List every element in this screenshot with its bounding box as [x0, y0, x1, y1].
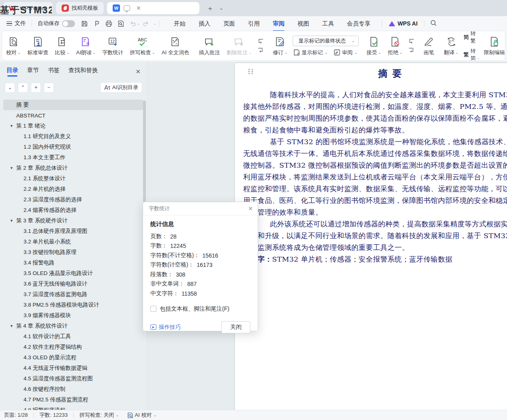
- track-changes-button[interactable]: 修订⌄: [270, 31, 291, 60]
- accept-button[interactable]: 接受⌄: [364, 31, 385, 60]
- toc-item[interactable]: ▼ 4.7 PM2.5 传感器监测流程: [3, 394, 143, 405]
- toc-item[interactable]: ▼ 4.2 软件主程序逻辑结构: [3, 342, 143, 352]
- toc-item[interactable]: ▼ 3.6 蓝牙无线传输电路设计: [3, 279, 143, 289]
- toc-item[interactable]: ▼ 2.2 单片机的选择: [3, 184, 143, 194]
- compare-button[interactable]: 比较⌄: [51, 31, 73, 60]
- sidebar-tab[interactable]: 目录: [6, 66, 18, 77]
- toc-item[interactable]: ▼ 4.4 无线蓝牙传输数据逻辑: [3, 363, 143, 373]
- simplified-to-traditional-button[interactable]: 简转繁: [464, 31, 476, 45]
- sidebar-close-icon[interactable]: ✕: [135, 68, 141, 75]
- review-pane-button[interactable]: 审阅⌄: [334, 49, 357, 56]
- sidebar-tab[interactable]: 书签: [48, 66, 60, 77]
- save-button[interactable]: [78, 19, 90, 28]
- print-preview-button[interactable]: [115, 19, 127, 28]
- previous-change-icon[interactable]: [408, 39, 415, 44]
- ai-polish-button[interactable]: AI 全文润色: [158, 31, 193, 60]
- toolbar-more-chevron-icon[interactable]: ⌄: [154, 21, 157, 26]
- collapse-triangle-icon[interactable]: ▼: [10, 124, 16, 128]
- toc-item[interactable]: ▼ 3.4 报警电路: [3, 258, 143, 268]
- toc-item[interactable]: ▼ 4.1 软件设计的工具: [3, 331, 143, 342]
- toc-item[interactable]: ▼ ABSTRACT: [3, 110, 143, 121]
- search-icon[interactable]: [430, 19, 437, 28]
- collapse-triangle-icon[interactable]: ▼: [10, 219, 16, 223]
- toc-item[interactable]: ▼ 摘 要: [3, 100, 143, 110]
- menu-tab[interactable]: 会员专享: [340, 17, 377, 31]
- collapse-triangle-icon[interactable]: ▼: [10, 166, 16, 170]
- delete-comment-button[interactable]: 删除批注⌄: [223, 31, 255, 60]
- show-markup-button[interactable]: 显示标记⌄: [293, 49, 328, 56]
- toc-item[interactable]: ▼ 3.8 PM2.5 传感器模块电路设计: [3, 300, 143, 310]
- toc-item[interactable]: ▼ 1.3 本文主要工作: [3, 152, 143, 163]
- toc-item[interactable]: ▼ 4.6 按键程序控制: [3, 384, 143, 394]
- multi-window-icon[interactable]: [124, 5, 130, 11]
- next-comment-icon[interactable]: [257, 48, 264, 53]
- toc-item[interactable]: ▼ 4.5 温湿度传感器监测流程图: [3, 373, 143, 384]
- file-menu[interactable]: 文件: [3, 20, 29, 27]
- toc-item[interactable]: ▼ 3.5 OLED 液晶显示电路设计: [3, 268, 143, 279]
- sidebar-tab[interactable]: 查找和替换: [68, 66, 98, 77]
- menu-tab[interactable]: 工具: [316, 17, 340, 31]
- zoom-in-toc-button[interactable]: ＋: [31, 83, 41, 93]
- ink-brush-button[interactable]: 画笔: [420, 31, 437, 60]
- close-tab-icon[interactable]: ✕: [136, 5, 141, 11]
- ai-recognize-toc-button[interactable]: AI识别目录: [100, 82, 142, 93]
- wps-ai-button[interactable]: WPS AI: [385, 20, 421, 27]
- toc-item[interactable]: ▼ 2.1 系统整体设计: [3, 173, 143, 184]
- dialog-titlebar[interactable]: 字数统计 ✕: [143, 202, 258, 215]
- zoom-out-toc-button[interactable]: －: [44, 83, 54, 93]
- toc-item[interactable]: ▼ 3.1 总体硬件原理及原理图: [3, 226, 143, 237]
- toc-item[interactable]: ▼ 2.4 烟雾传感器的选择: [3, 205, 143, 215]
- menu-tab[interactable]: 页面: [217, 17, 242, 31]
- markup-state-dropdown[interactable]: 显示标记的最终状态 ⌄: [293, 36, 359, 46]
- reject-button[interactable]: 拒绝⌄: [385, 31, 406, 60]
- tab-document[interactable]: W 基于STM32的图书馆环境监 ✕: [107, 2, 199, 14]
- autosave-toggle[interactable]: [62, 20, 75, 27]
- restrict-editing-button[interactable]: 限制编辑: [481, 31, 505, 60]
- previous-comment-icon[interactable]: [257, 39, 264, 44]
- dialog-close-button[interactable]: 关闭: [221, 321, 250, 333]
- menu-tab[interactable]: 开始: [167, 17, 192, 31]
- new-tab-button[interactable]: ＋: [203, 4, 218, 13]
- checkbox-icon[interactable]: [150, 306, 156, 312]
- toc-item[interactable]: ▼ 3.3 按键控制电路原理: [3, 247, 143, 258]
- redo-button[interactable]: [140, 19, 152, 28]
- menu-tab[interactable]: 视图: [291, 17, 316, 31]
- tab-docer-templates[interactable]: 找稻壳模板: [56, 2, 104, 14]
- toc-item[interactable]: ▼ 第 1 章 绪论: [3, 121, 143, 131]
- word-count-button[interactable]: 12 字数统计: [99, 31, 126, 60]
- menu-tab[interactable]: 插入: [192, 17, 217, 31]
- document-page[interactable]: 摘 要 随着科技水平的提高，人们对食品的安全越来越重视，本文主要利用 STM32…: [235, 63, 507, 420]
- tab-list-chevron-icon[interactable]: ⌄: [218, 5, 225, 11]
- standard-review-button[interactable]: 标准审查: [24, 31, 51, 60]
- tips-link[interactable]: ▶ 操作技巧: [150, 324, 181, 331]
- ai-proofread-button[interactable]: AI 校对 ⌄: [127, 411, 157, 419]
- undo-chevron-icon[interactable]: ⌄: [137, 21, 140, 26]
- toc-item[interactable]: ▼ 4.8 报警程序流程: [3, 405, 143, 410]
- toc-item[interactable]: ▼ 3.2 单片机最小系统: [3, 237, 143, 247]
- next-change-icon[interactable]: [408, 48, 415, 53]
- toc-item[interactable]: ▼ 1.2 国内外研究现状: [3, 142, 143, 152]
- menu-tab[interactable]: 审阅: [266, 17, 291, 31]
- page-indicator[interactable]: 页面: 1/28: [4, 411, 28, 419]
- export-pdf-button[interactable]: [90, 19, 103, 28]
- proofread-button[interactable]: 校对⌄: [3, 31, 24, 60]
- toc-item[interactable]: ▼ 3.9 烟雾传感器模块: [3, 310, 143, 321]
- spell-check-button[interactable]: ABC 拼写检查⌄: [126, 31, 158, 60]
- sidebar-tab[interactable]: 章节: [27, 66, 39, 77]
- print-button[interactable]: [103, 19, 115, 28]
- group-expand-icon[interactable]: ⌟: [477, 55, 479, 60]
- traditional-to-simplified-button[interactable]: 繁转简: [464, 47, 476, 61]
- toc-item[interactable]: ▼ 2.3 温湿度传感器的选择: [3, 194, 143, 205]
- autosave-control[interactable]: 自动保存: [34, 20, 78, 27]
- spellcheck-indicator[interactable]: 拼写检查: 关闭 ⌄: [79, 411, 119, 419]
- ai-read-button[interactable]: AI朗读⌄: [73, 31, 99, 60]
- insert-comment-button[interactable]: 插入批注: [196, 31, 223, 60]
- toc-item[interactable]: ▼ 4.3 OLED 的显示流程: [3, 352, 143, 363]
- toc-item[interactable]: ▼ 第 2 章 系统总体设计: [3, 163, 143, 173]
- toc-item[interactable]: ▼ 3.7 温湿度传感器监测电路: [3, 289, 143, 300]
- include-footnotes-checkbox[interactable]: 包括文本框、脚注和尾注(F): [150, 305, 250, 313]
- menu-tab[interactable]: 引用: [242, 17, 266, 31]
- toc-item[interactable]: ▼ 第 3 章 系统硬件设计: [3, 215, 143, 226]
- word-count-indicator[interactable]: 字数: 12233: [40, 411, 68, 419]
- collapse-all-button[interactable]: ⌄: [5, 83, 15, 93]
